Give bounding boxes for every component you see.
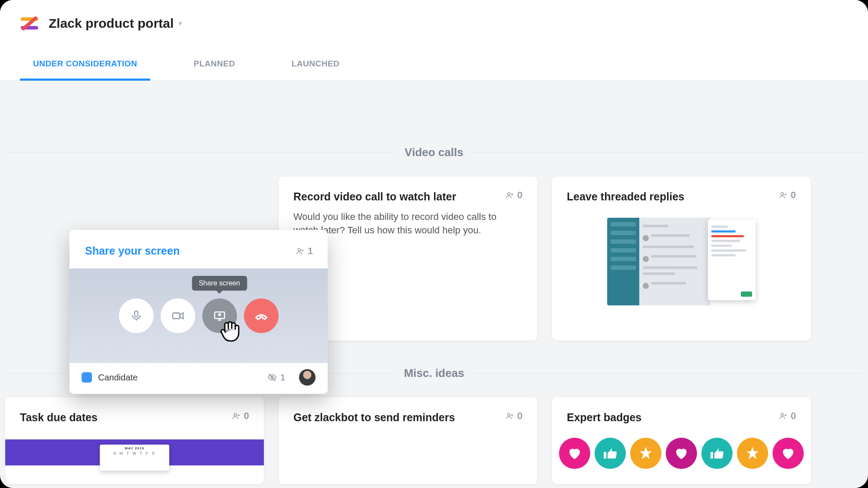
thread-preview-image (607, 218, 756, 305)
portal-title-wrap[interactable]: Zlack product portal ▼ (49, 16, 183, 31)
vote-count[interactable]: 0 (779, 410, 796, 422)
eye-off-icon (267, 373, 277, 382)
badges-preview-image (552, 431, 811, 469)
person-plus-icon (296, 247, 304, 255)
tab-label: PLANNED (194, 59, 235, 69)
svg-rect-7 (173, 313, 180, 318)
card-title: Leave threaded replies (567, 190, 684, 204)
vote-number: 0 (791, 410, 796, 422)
vote-count[interactable]: 1 (296, 246, 313, 257)
person-plus-icon (779, 412, 787, 420)
svg-rect-6 (135, 311, 138, 317)
tabs-nav: UNDER CONSIDERATION PLANNED LAUNCHED (0, 47, 868, 81)
calendar-days: S M T W T F S (100, 451, 169, 455)
vote-number: 0 (244, 410, 249, 422)
caret-down-icon: ▼ (177, 20, 183, 27)
popup-title: Share your screen (85, 245, 180, 257)
card-task-due-dates[interactable]: Task due dates 0 MAY 2019 S M T W T F S (5, 397, 264, 484)
tab-label: UNDER CONSIDERATION (33, 59, 137, 69)
card-title: Task due dates (20, 410, 98, 425)
user-avatar[interactable] (299, 369, 316, 386)
view-count: 1 (267, 373, 285, 383)
tab-planned[interactable]: PLANNED (181, 47, 248, 80)
video-button[interactable] (161, 298, 195, 333)
svg-point-4 (781, 413, 783, 416)
tooltip: Share screen (192, 276, 247, 291)
vote-number: 0 (517, 190, 523, 201)
person-plus-icon (232, 412, 240, 420)
vote-number: 0 (791, 190, 796, 201)
popup-footer: Candidate 1 (69, 363, 328, 392)
cursor-hand-icon (220, 318, 241, 343)
vote-number: 1 (308, 246, 313, 257)
card-title: Get zlackbot to send reminders (293, 410, 455, 425)
card-title: Record video call to watch later (293, 190, 456, 204)
share-screen-button[interactable]: Share screen (202, 298, 237, 333)
mic-button[interactable] (119, 298, 154, 333)
vote-number: 0 (517, 410, 523, 422)
portal-title: Zlack product portal (49, 16, 174, 31)
svg-point-3 (507, 413, 510, 416)
hangup-button[interactable] (244, 298, 279, 333)
card-expert-badges[interactable]: Expert badges 0 (552, 397, 811, 484)
svg-point-5 (298, 248, 300, 251)
vote-count[interactable]: 0 (779, 190, 796, 201)
svg-point-1 (781, 193, 783, 195)
vote-count[interactable]: 0 (505, 410, 523, 422)
card-row-misc: Task due dates 0 MAY 2019 S M T W T F S (5, 397, 863, 484)
card-zlackbot-reminders[interactable]: Get zlackbot to send reminders 0 (279, 397, 537, 484)
section-header-video-calls: Video calls (5, 146, 863, 159)
person-plus-icon (505, 412, 514, 420)
svg-point-0 (507, 193, 510, 195)
card-threaded-replies[interactable]: Leave threaded replies 0 (552, 177, 811, 341)
tab-under-consideration[interactable]: UNDER CONSIDERATION (20, 47, 150, 80)
app-logo (20, 14, 39, 33)
section-title: Video calls (395, 146, 473, 159)
section-title: Misc. ideas (395, 367, 474, 380)
status-label: Candidate (98, 373, 138, 383)
vote-count[interactable]: 0 (505, 190, 523, 201)
person-plus-icon (505, 191, 514, 200)
calendar-preview-image: MAY 2019 S M T W T F S (5, 439, 264, 465)
tab-label: LAUNCHED (292, 59, 340, 69)
card-share-screen-popup[interactable]: Share your screen 1 Share screen (69, 230, 328, 394)
header: Zlack product portal ▼ (0, 0, 868, 47)
view-number: 1 (280, 373, 285, 383)
calendar-month: MAY 2019 (100, 446, 169, 450)
status-indicator (82, 372, 92, 383)
person-plus-icon (779, 191, 787, 200)
card-title: Expert badges (567, 410, 641, 425)
vote-count[interactable]: 0 (232, 410, 249, 422)
call-controls-preview: Share screen (69, 269, 328, 363)
tab-launched[interactable]: LAUNCHED (279, 47, 353, 80)
svg-point-2 (234, 413, 237, 416)
